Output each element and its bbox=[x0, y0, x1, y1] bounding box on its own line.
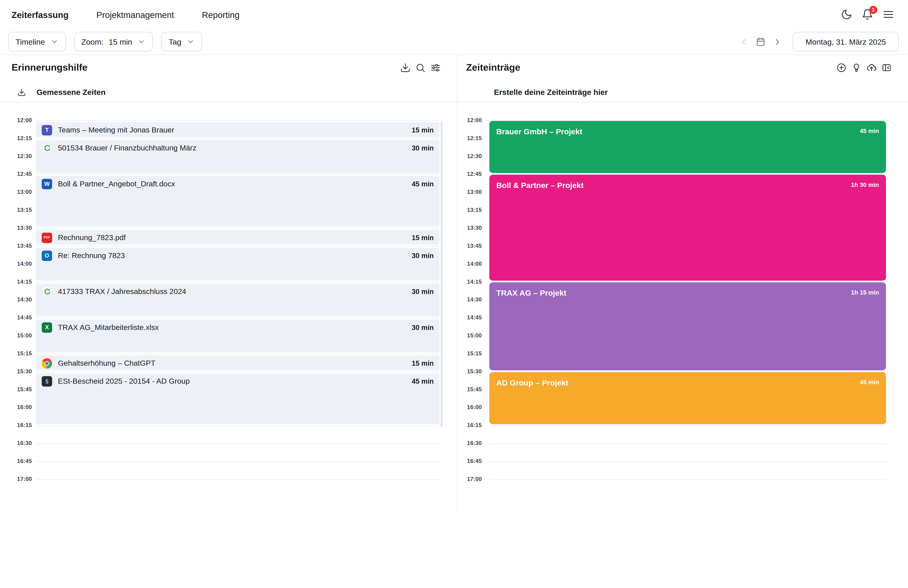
notifications-button[interactable]: 1 bbox=[862, 9, 873, 20]
event-title: Rechnung_7823.pdf bbox=[58, 233, 406, 243]
download-icon bbox=[400, 62, 411, 72]
event-duration: 30 min bbox=[412, 251, 434, 261]
entries-subheader: Erstelle deine Zeiteinträge hier bbox=[494, 86, 608, 98]
nav-icon-group: 1 bbox=[841, 9, 894, 20]
event-duration: 30 min bbox=[412, 143, 434, 153]
reminder-panel-actions bbox=[400, 62, 441, 72]
event-duration: 15 min bbox=[412, 125, 434, 135]
chevron-down-icon bbox=[187, 38, 195, 46]
search-button[interactable] bbox=[415, 62, 425, 72]
range-dropdown-value: Tag bbox=[169, 37, 181, 46]
time-entry[interactable]: Boll & Partner – Projekt1h 30 min bbox=[489, 175, 886, 281]
event-duration: 30 min bbox=[412, 322, 434, 333]
entry-title: Brauer GmbH – Projekt bbox=[496, 127, 879, 137]
tab-reporting[interactable]: Reporting bbox=[202, 10, 240, 19]
entry-title: TRAX AG – Projekt bbox=[496, 289, 879, 298]
measured-event[interactable]: 501534 Brauer / Finanzbuchhaltung März30… bbox=[36, 140, 440, 173]
measured-event[interactable]: Gehaltserhöhung – ChatGPT15 min bbox=[36, 355, 440, 370]
calendar-icon bbox=[756, 37, 766, 47]
idea-icon bbox=[851, 62, 862, 72]
divider bbox=[0, 102, 457, 102]
event-title: 417333 TRAX / Jahresabschluss 2024 bbox=[58, 286, 406, 297]
pdf-icon: PDF bbox=[42, 233, 52, 243]
event-title: Teams – Meeting mit Jonas Brauer bbox=[58, 125, 406, 135]
measured-event[interactable]: TTeams – Meeting mit Jonas Brauer15 min bbox=[36, 122, 440, 137]
prev-day-button[interactable] bbox=[739, 37, 749, 47]
add-button[interactable] bbox=[836, 62, 847, 72]
filter-icon bbox=[430, 62, 441, 72]
chevron-down-icon bbox=[50, 38, 58, 46]
top-navigation: Zeiterfassung Projektmanagement Reportin… bbox=[0, 0, 908, 29]
measured-event[interactable]: WBoll & Partner_Angebot_Draft.docx45 min bbox=[36, 176, 440, 227]
next-day-button[interactable] bbox=[773, 37, 782, 47]
entries-schedule: Brauer GmbH – Projekt45 minBoll & Partne… bbox=[457, 120, 908, 496]
event-title: Boll & Partner_Angebot_Draft.docx bbox=[58, 179, 406, 189]
zoom-dropdown-label: Zoom: bbox=[81, 37, 103, 46]
outlook-icon: O bbox=[42, 251, 52, 261]
time-entry[interactable]: Brauer GmbH – Projekt45 min bbox=[489, 121, 886, 173]
measured-events: TTeams – Meeting mit Jonas Brauer15 min5… bbox=[0, 120, 457, 496]
date-button[interactable]: Montag, 31. März 2025 bbox=[793, 32, 899, 51]
search-icon bbox=[415, 62, 425, 72]
entry-title: AD Group – Projekt bbox=[496, 378, 879, 388]
view-dropdown-value: Timeline bbox=[16, 37, 45, 46]
excel-icon: X bbox=[42, 322, 52, 333]
chevron-down-icon bbox=[137, 38, 146, 46]
download-icon bbox=[18, 88, 26, 96]
date-navigation: Montag, 31. März 2025 bbox=[739, 32, 899, 51]
measured-event[interactable]: §ESt-Bescheid 2025 - 20154 - AD Group45 … bbox=[36, 373, 440, 424]
zoom-dropdown[interactable]: Zoom: 15 min bbox=[74, 32, 153, 51]
accounting-app-icon bbox=[42, 286, 52, 297]
measured-event[interactable]: PDFRechnung_7823.pdf15 min bbox=[36, 230, 440, 245]
view-dropdown[interactable]: Timeline bbox=[8, 32, 66, 51]
measured-event[interactable]: 417333 TRAX / Jahresabschluss 202430 min bbox=[36, 284, 440, 316]
menu-icon bbox=[882, 9, 894, 20]
event-duration: 15 min bbox=[412, 358, 434, 369]
entries-panel-title: Zeiteinträge bbox=[466, 62, 520, 73]
upload-icon bbox=[866, 62, 877, 72]
measured-times-label: Gemessene Zeiten bbox=[37, 88, 106, 96]
event-duration: 45 min bbox=[412, 376, 434, 387]
toolbar: Timeline Zoom: 15 min Tag Montag, 31. Mä… bbox=[0, 29, 908, 55]
tab-zeiterfassung[interactable]: Zeiterfassung bbox=[11, 10, 69, 19]
entry-title: Boll & Partner – Projekt bbox=[496, 181, 879, 190]
event-title: Gehaltserhöhung – ChatGPT bbox=[58, 358, 406, 369]
tab-projektmanagement[interactable]: Projektmanagement bbox=[96, 10, 174, 19]
dark-mode-toggle[interactable] bbox=[841, 9, 852, 20]
range-dropdown[interactable]: Tag bbox=[161, 32, 202, 51]
main-tabs: Zeiterfassung Projektmanagement Reportin… bbox=[11, 10, 267, 19]
add-icon bbox=[836, 62, 847, 72]
entry-duration: 45 min bbox=[860, 378, 879, 385]
chevron-left-icon bbox=[739, 37, 749, 47]
collapse-button[interactable] bbox=[881, 62, 892, 72]
moon-icon bbox=[841, 9, 852, 20]
menu-button[interactable] bbox=[882, 9, 894, 20]
chevron-right-icon bbox=[773, 37, 782, 47]
word-icon: W bbox=[42, 179, 52, 189]
measured-events-scrollbar[interactable] bbox=[441, 122, 443, 427]
event-duration: 15 min bbox=[412, 233, 434, 243]
download-button[interactable] bbox=[400, 62, 411, 72]
entry-duration: 1h 15 min bbox=[851, 289, 879, 296]
notification-badge: 1 bbox=[869, 6, 877, 14]
filter-button[interactable] bbox=[430, 62, 441, 72]
upload-button[interactable] bbox=[866, 62, 877, 72]
collapse-icon bbox=[881, 62, 892, 72]
reminder-panel-header: Erinnerungshilfe bbox=[11, 62, 441, 73]
accounting-app-icon bbox=[42, 143, 52, 153]
entries-panel: Zeiteinträge Erstelle deine Zeiteinträge… bbox=[457, 55, 908, 511]
event-title: 501534 Brauer / Finanzbuchhaltung März bbox=[58, 143, 406, 153]
measured-event[interactable]: XTRAX AG_Mitarbeiterliste.xlsx30 min bbox=[36, 320, 440, 352]
entries-panel-header: Zeiteinträge bbox=[466, 62, 892, 73]
idea-button[interactable] bbox=[851, 62, 862, 72]
event-title: TRAX AG_Mitarbeiterliste.xlsx bbox=[58, 322, 406, 333]
teams-icon: T bbox=[42, 125, 52, 135]
event-title: Re: Rechnung 7823 bbox=[58, 251, 406, 261]
time-entry[interactable]: TRAX AG – Projekt1h 15 min bbox=[489, 283, 886, 370]
measured-event[interactable]: ORe: Rechnung 782330 min bbox=[36, 248, 440, 281]
event-duration: 45 min bbox=[412, 179, 434, 189]
time-entry[interactable]: AD Group – Projekt45 min bbox=[489, 372, 886, 424]
main-content: Erinnerungshilfe Gemessene Zeiten TTeams… bbox=[0, 55, 908, 511]
tax-app-icon: § bbox=[42, 376, 52, 387]
calendar-button[interactable] bbox=[756, 37, 766, 47]
